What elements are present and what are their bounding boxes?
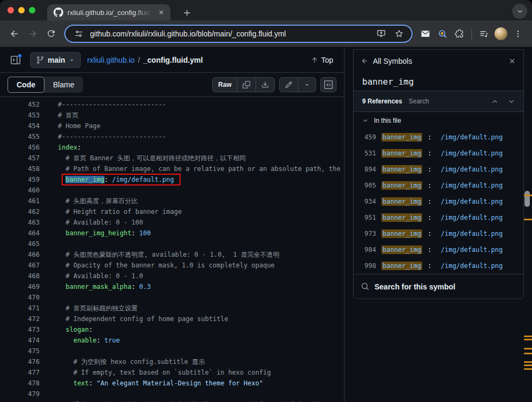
reference-row[interactable]: 531banner_img: /img/default.png <box>354 145 523 161</box>
search-symbol-button[interactable]: Search for this symbol <box>354 274 523 299</box>
line-number[interactable]: 463 <box>0 217 40 228</box>
reference-value: /img/default.png <box>441 230 503 237</box>
close-panel-icon[interactable] <box>508 57 516 65</box>
annotation-red-box: banner_img: /img/default.png <box>63 175 179 184</box>
line-number[interactable]: 462 <box>0 206 40 217</box>
line-number[interactable]: 478 <box>0 378 40 389</box>
line-number[interactable]: 480 <box>0 399 40 402</box>
download-icon[interactable] <box>256 78 274 92</box>
scrollbar-thumb[interactable] <box>524 191 530 207</box>
minimize-window-button[interactable] <box>18 7 25 13</box>
line-number[interactable]: 479 <box>0 389 40 399</box>
reference-line-number: 905 <box>362 182 376 189</box>
back-button[interactable] <box>6 26 23 42</box>
code-line: 454# Home Page <box>0 121 344 131</box>
code-line: 460 <box>0 185 344 196</box>
line-number[interactable]: 476 <box>0 356 40 367</box>
mail-extension-icon[interactable] <box>417 26 433 42</box>
tab-blame[interactable]: Blame <box>44 77 83 93</box>
install-app-icon[interactable] <box>374 27 388 41</box>
line-number[interactable]: 477 <box>0 367 40 378</box>
line-number[interactable]: 460 <box>0 185 40 196</box>
repo-link[interactable]: rxliuli.github.io <box>87 56 135 64</box>
scroll-to-top-button[interactable]: Top <box>308 54 336 66</box>
bookmark-star-icon[interactable] <box>392 27 406 41</box>
reference-row[interactable]: 951banner_img: /img/default.png <box>354 210 523 226</box>
code-line: 466 # 头图黑色蒙版的不透明度, available: 0 - 1.0, 1… <box>0 249 344 260</box>
reference-row[interactable]: 894banner_img: /img/default.png <box>354 161 523 177</box>
reference-value: /img/default.png <box>441 133 503 141</box>
line-number[interactable]: 454 <box>0 121 40 131</box>
github-page: main rxliuli.github.io / _config.fluid.y… <box>0 47 532 402</box>
line-content: #--------------------------- <box>40 131 166 142</box>
line-number[interactable]: 464 <box>0 228 40 239</box>
extensions-puzzle-icon[interactable] <box>452 26 468 42</box>
close-window-button[interactable] <box>8 7 14 13</box>
profile-avatar[interactable] <box>494 27 507 40</box>
line-number[interactable]: 469 <box>0 281 40 292</box>
line-number[interactable]: 472 <box>0 314 40 324</box>
file-tree-toggle-button[interactable] <box>8 52 24 68</box>
line-number[interactable]: 473 <box>0 324 40 335</box>
line-content: # 通过 API 接口作为首页副标题的内容，必须返回的是 JSON 格式，如果请… <box>40 399 344 402</box>
line-number[interactable]: 470 <box>0 292 40 303</box>
line-number[interactable]: 475 <box>0 346 40 356</box>
line-number[interactable]: 467 <box>0 260 40 271</box>
line-content <box>40 389 58 399</box>
lens-extension-icon[interactable] <box>434 26 451 42</box>
new-tab-button[interactable] <box>180 6 194 20</box>
reference-row[interactable]: 905banner_img: /img/default.png <box>354 177 523 193</box>
line-number[interactable]: 456 <box>0 142 40 153</box>
in-this-file-toggle[interactable]: In this file <box>354 112 523 129</box>
line-number[interactable]: 468 <box>0 271 40 281</box>
line-number[interactable]: 471 <box>0 303 40 314</box>
code-line: 474 enable: true <box>0 335 344 346</box>
symbols-panel-toggle-button[interactable] <box>320 77 336 92</box>
copy-icon[interactable] <box>237 78 256 92</box>
edit-pencil-icon[interactable] <box>280 78 298 92</box>
reload-button[interactable] <box>43 26 59 42</box>
references-search-link[interactable]: Search <box>409 98 429 105</box>
line-number[interactable]: 452 <box>0 99 40 110</box>
reference-separator: : <box>428 133 435 141</box>
line-content: banner_mask_alpha: 0.3 <box>40 281 151 292</box>
url-bar[interactable]: github.com/rxliuli/rxliuli.github.io/blo… <box>64 25 413 43</box>
line-number[interactable]: 474 <box>0 335 40 346</box>
branch-selector[interactable]: main <box>30 52 81 68</box>
breadcrumb-separator: / <box>138 56 140 64</box>
reference-row[interactable]: 998banner_img: /img/default.png <box>354 258 523 274</box>
previous-reference-icon[interactable] <box>491 98 498 105</box>
line-number[interactable]: 457 <box>0 153 40 163</box>
reference-row[interactable]: 459banner_img: /img/default.png <box>354 129 523 145</box>
line-number[interactable]: 458 <box>0 163 40 174</box>
browser-window: rxliuli.github.io/_config.fluid.y github… <box>0 0 532 402</box>
tab-code[interactable]: Code <box>8 77 44 93</box>
line-number[interactable]: 466 <box>0 249 40 260</box>
chrome-menu-icon[interactable] <box>510 26 526 42</box>
site-info-icon[interactable] <box>72 27 86 41</box>
edit-dropdown-icon[interactable] <box>298 78 316 92</box>
line-number[interactable]: 455 <box>0 131 40 142</box>
reference-separator: : <box>428 198 435 205</box>
file-header: main rxliuli.github.io / _config.fluid.y… <box>0 47 344 72</box>
breadcrumb: rxliuli.github.io / _config.fluid.yml <box>87 56 203 64</box>
reference-row[interactable]: 984banner_img: /img/default.png <box>354 242 523 258</box>
url-text[interactable]: github.com/rxliuli/rxliuli.github.io/blo… <box>90 29 370 38</box>
code-line: 452#--------------------------- <box>0 99 344 110</box>
line-number[interactable]: 461 <box>0 196 40 206</box>
line-number[interactable]: 453 <box>0 110 40 121</box>
all-symbols-back-button[interactable]: All Symbols <box>361 57 412 65</box>
next-reference-icon[interactable] <box>508 98 515 105</box>
browser-tab[interactable]: rxliuli.github.io/_config.fluid.y <box>47 4 170 20</box>
code-line: 459 banner_img: /img/default.png <box>0 174 344 185</box>
line-number[interactable]: 465 <box>0 239 40 249</box>
raw-button[interactable]: Raw <box>213 78 237 92</box>
line-number[interactable]: 459 <box>0 174 40 185</box>
reference-row[interactable]: 934banner_img: /img/default.png <box>354 193 523 210</box>
tab-search-button[interactable] <box>512 4 527 19</box>
tab-close-icon[interactable] <box>156 8 166 17</box>
zoom-window-button[interactable] <box>29 7 35 13</box>
scrollbar-match-mark <box>524 348 532 349</box>
reference-row[interactable]: 973banner_img: /img/default.png <box>354 226 523 242</box>
media-controls-icon[interactable] <box>476 26 492 42</box>
